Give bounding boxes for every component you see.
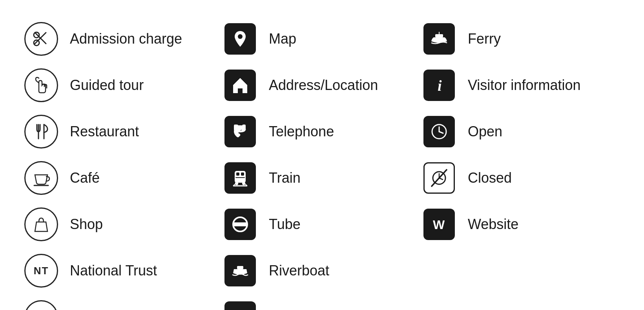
ferry-label: Ferry [468, 31, 501, 47]
restaurant-icon [24, 114, 59, 149]
map-label: Map [269, 31, 296, 47]
tube-label: Tube [269, 216, 301, 233]
svg-rect-6 [238, 88, 243, 93]
legend-column-3: Ferry i Visitor information [421, 16, 620, 310]
list-item: Tube [223, 201, 421, 248]
svg-point-5 [238, 34, 243, 39]
shop-label: Shop [70, 216, 103, 233]
restaurant-label: Restaurant [70, 123, 139, 140]
svg-line-34 [439, 132, 443, 133]
admission-charge-icon [24, 21, 59, 57]
list-item: Closed [421, 155, 620, 201]
riverboat-label: Riverboat [269, 262, 329, 279]
svg-text:W: W [433, 218, 445, 232]
website-label: Website [468, 216, 518, 233]
cafe-label: Café [70, 170, 100, 186]
open-label: Open [468, 123, 502, 140]
list-item: Bus [223, 294, 421, 310]
tube-icon [223, 207, 258, 242]
list-item: i Visitor information [421, 62, 620, 108]
svg-rect-8 [235, 171, 246, 183]
closed-icon [421, 160, 457, 196]
shop-icon [24, 207, 59, 242]
list-item: Riverboat [223, 248, 421, 294]
website-icon: W [421, 207, 457, 242]
open-icon [421, 114, 457, 149]
address-icon [223, 68, 258, 103]
map-icon [223, 21, 258, 57]
riverboat-icon [223, 253, 258, 288]
national-trust-icon: NT [24, 253, 59, 288]
list-item: W Website [421, 201, 620, 248]
guided-tour-icon [24, 68, 59, 103]
list-item: NT National Trust [24, 248, 223, 294]
telephone-label: Telephone [269, 123, 334, 140]
national-trust-label: National Trust [70, 262, 157, 279]
list-item: Address/Location [223, 62, 421, 108]
english-heritage-icon: EH [24, 299, 59, 310]
telephone-icon [223, 114, 258, 149]
bus-icon [223, 299, 258, 310]
list-item: EH English Heritage [24, 294, 223, 310]
train-label: Train [269, 170, 301, 186]
list-item: Shop [24, 201, 223, 248]
legend-grid: Admission charge Guided tour [24, 16, 620, 310]
list-item: Telephone [223, 108, 421, 155]
ferry-icon [421, 21, 457, 57]
visitor-info-icon: i [421, 68, 457, 103]
list-item: Open [421, 108, 620, 155]
list-item: Ferry [421, 16, 620, 62]
list-item: Café [24, 155, 223, 201]
list-item: Train [223, 155, 421, 201]
list-item: Restaurant [24, 108, 223, 155]
cafe-icon [24, 160, 59, 196]
admission-charge-label: Admission charge [70, 31, 182, 47]
list-item: Map [223, 16, 421, 62]
legend-column-2: Map Address/Location [223, 16, 421, 310]
legend-column-1: Admission charge Guided tour [24, 16, 223, 310]
svg-rect-29 [435, 34, 443, 37]
svg-marker-7 [233, 78, 247, 85]
svg-rect-11 [235, 177, 245, 178]
address-label: Address/Location [269, 77, 378, 94]
svg-rect-10 [241, 172, 244, 176]
guided-tour-label: Guided tour [70, 77, 144, 94]
train-icon [223, 160, 258, 196]
visitor-info-label: Visitor information [468, 77, 580, 94]
list-item: Admission charge [24, 16, 223, 62]
svg-text:i: i [438, 77, 442, 94]
svg-rect-19 [233, 222, 247, 226]
svg-rect-9 [236, 172, 239, 176]
closed-label: Closed [468, 170, 512, 186]
svg-rect-20 [237, 266, 243, 269]
list-item: Guided tour [24, 62, 223, 108]
